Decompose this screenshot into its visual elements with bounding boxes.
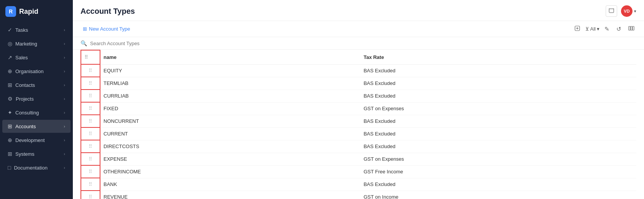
grid-icon: ⊞ — [83, 26, 87, 32]
table-container: ⠿ name Tax Rate ⠿EQUITYBAS Excluded⠿TERM… — [73, 50, 644, 199]
organisation-icon: ⊕ — [8, 68, 12, 74]
filter-icon: ⊻ — [585, 26, 589, 32]
drag-handle-cell[interactable]: ⠿ — [81, 153, 100, 165]
account-type-name[interactable]: EQUITY — [100, 64, 360, 77]
sidebar-item-tasks[interactable]: ✓ Tasks › — [2, 23, 71, 36]
account-type-tax-rate: BAS Excluded — [360, 140, 636, 153]
account-type-tax-rate: BAS Excluded — [360, 178, 636, 191]
sidebar-item-label: Contacts — [15, 82, 35, 88]
search-bar: 🔍 — [73, 37, 644, 50]
toolbar: ⊞ New Account Type ⊻ All ▾ ✎ ↺ — [73, 21, 644, 37]
sidebar-item-documentation[interactable]: □ Documentation › — [2, 161, 71, 174]
refresh-button[interactable]: ↺ — [614, 24, 623, 34]
page-title: Account Types — [80, 7, 135, 16]
chevron-right-icon: › — [64, 138, 65, 142]
account-type-name[interactable]: BANK — [100, 178, 360, 191]
table-row: ⠿CURRLIABBAS Excluded — [81, 90, 636, 102]
account-type-name[interactable]: OTHERINCOME — [100, 165, 360, 178]
table-row: ⠿EQUITYBAS Excluded — [81, 64, 636, 77]
account-type-tax-rate: BAS Excluded — [360, 77, 636, 90]
drag-handle-cell[interactable]: ⠿ — [81, 178, 100, 191]
table-row: ⠿CURRENTBAS Excluded — [81, 127, 636, 140]
drag-handle-cell[interactable]: ⠿ — [81, 140, 100, 153]
drag-handle-icon: ⠿ — [89, 181, 92, 187]
drag-handle-icon: ⠿ — [89, 106, 92, 111]
sales-icon: ↗ — [8, 54, 12, 60]
account-type-tax-rate: BAS Excluded — [360, 64, 636, 77]
filter-button[interactable]: ⊻ All ▾ — [585, 26, 600, 32]
projects-icon: ⚙ — [8, 96, 13, 102]
account-type-name[interactable]: NONCURRENT — [100, 115, 360, 127]
tasks-icon: ✓ — [8, 27, 12, 33]
drag-handle-icon: ⠿ — [89, 118, 92, 124]
drag-handle-icon: ⠿ — [89, 68, 92, 73]
name-col-header[interactable]: name — [100, 50, 360, 64]
chevron-right-icon: › — [64, 28, 65, 32]
sidebar-item-consulting[interactable]: ✦ Consulting › — [2, 106, 71, 119]
chevron-right-icon: › — [64, 83, 65, 87]
search-input[interactable] — [90, 41, 636, 46]
header-actions: VD ▾ — [606, 5, 636, 17]
tax-rate-col-header[interactable]: Tax Rate — [360, 50, 636, 64]
sidebar-item-organisation[interactable]: ⊕ Organisation › — [2, 65, 71, 78]
columns-button[interactable] — [626, 24, 636, 34]
edit-button[interactable]: ✎ — [603, 24, 611, 34]
new-account-type-button[interactable]: ⊞ New Account Type — [80, 24, 132, 33]
sidebar-item-contacts[interactable]: ⊞ Contacts › — [2, 78, 71, 91]
drag-handle-cell[interactable]: ⠿ — [81, 165, 100, 178]
sidebar-item-label: Development — [15, 137, 45, 143]
marketing-icon: ◎ — [8, 41, 12, 47]
sidebar-item-label: Accounts — [15, 124, 36, 129]
sidebar-item-label: Sales — [15, 55, 28, 60]
page-header: Account Types VD ▾ — [73, 0, 644, 21]
accounts-icon: ⊞ — [8, 123, 12, 129]
sidebar-item-sales[interactable]: ↗ Sales › — [2, 51, 71, 64]
development-icon: ⊕ — [8, 137, 12, 143]
notifications-button[interactable] — [606, 5, 617, 17]
sidebar-item-projects[interactable]: ⚙ Projects › — [2, 92, 71, 105]
table-row: ⠿TERMLIABBAS Excluded — [81, 77, 636, 90]
account-type-name[interactable]: TERMLIAB — [100, 77, 360, 90]
table-row: ⠿EXPENSEGST on Expenses — [81, 153, 636, 165]
drag-handle-cell[interactable]: ⠿ — [81, 64, 100, 77]
drag-col-header: ⠿ — [81, 50, 100, 64]
systems-icon: ⊞ — [8, 151, 12, 157]
toolbar-right: ⊻ All ▾ ✎ ↺ — [572, 24, 636, 34]
table-row: ⠿FIXEDGST on Expenses — [81, 102, 636, 115]
sidebar-item-label: Documentation — [14, 165, 47, 171]
sidebar-item-label: Projects — [16, 96, 34, 102]
sidebar-item-development[interactable]: ⊕ Development › — [2, 134, 71, 147]
avatar-chevron: ▾ — [634, 9, 636, 14]
account-type-tax-rate: GST on Income — [360, 191, 636, 199]
sidebar-item-label: Consulting — [15, 110, 39, 116]
sidebar-item-systems[interactable]: ⊞ Systems › — [2, 147, 71, 160]
account-type-name[interactable]: REVENUE — [100, 191, 360, 199]
bell-icon — [608, 8, 614, 14]
account-type-name[interactable]: CURRENT — [100, 127, 360, 140]
table-row: ⠿OTHERINCOMEGST Free Income — [81, 165, 636, 178]
svg-rect-7 — [631, 26, 632, 30]
sidebar-item-accounts[interactable]: ⊞ Accounts › — [2, 120, 71, 133]
drag-handle-icon: ⠿ — [89, 156, 92, 162]
app-logo[interactable]: R Rapid — [0, 0, 73, 23]
filter-chevron-icon: ▾ — [597, 26, 600, 32]
drag-handle-cell[interactable]: ⠿ — [81, 90, 100, 102]
account-type-name[interactable]: EXPENSE — [100, 153, 360, 165]
export-button[interactable] — [572, 24, 582, 34]
chevron-right-icon: › — [64, 41, 65, 46]
drag-handle-cell[interactable]: ⠿ — [81, 77, 100, 90]
drag-handle-cell[interactable]: ⠿ — [81, 191, 100, 199]
table-row: ⠿NONCURRENTBAS Excluded — [81, 115, 636, 127]
drag-handle-cell[interactable]: ⠿ — [81, 102, 100, 115]
drag-handle-cell[interactable]: ⠿ — [81, 115, 100, 127]
account-type-name[interactable]: DIRECTCOSTS — [100, 140, 360, 153]
sidebar-item-marketing[interactable]: ◎ Marketing › — [2, 37, 71, 50]
account-type-name[interactable]: CURRLIAB — [100, 90, 360, 102]
chevron-right-icon: › — [64, 96, 65, 101]
drag-handle-cell[interactable]: ⠿ — [81, 127, 100, 140]
sidebar-item-label: Marketing — [15, 41, 37, 47]
app-name: Rapid — [19, 8, 38, 16]
svg-rect-8 — [632, 26, 634, 30]
user-avatar-wrapper[interactable]: VD ▾ — [621, 5, 636, 17]
account-type-name[interactable]: FIXED — [100, 102, 360, 115]
